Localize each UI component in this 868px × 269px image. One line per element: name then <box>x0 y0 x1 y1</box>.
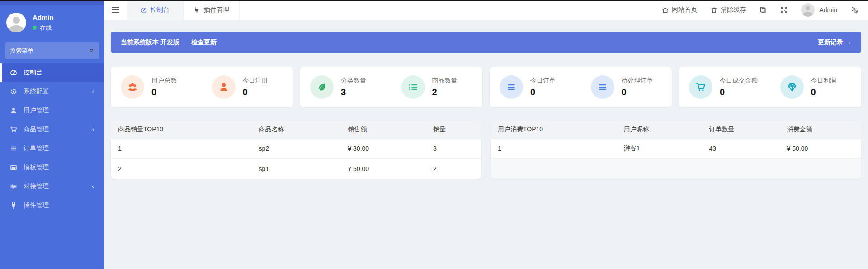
trash-icon <box>711 7 717 14</box>
sidebar: Admin 在线 控制台 系统配置 用户管理 商品管理 <box>0 0 104 269</box>
sidebar-item-label: 用户管理 <box>24 107 49 115</box>
avatar <box>801 3 815 17</box>
stat-value: 0 <box>622 87 653 97</box>
template-icon <box>10 164 17 171</box>
sidebar-item-label: 插件管理 <box>24 201 49 209</box>
window-top-edge <box>0 0 868 1</box>
site-home-link[interactable]: 网站首页 <box>662 6 697 14</box>
stat-label: 今日订单 <box>530 77 556 85</box>
navbar-right: 网站首页 清除缓存 Admin <box>662 3 868 17</box>
sidebar-item-label: 商品管理 <box>24 125 49 134</box>
table-row: 1 sp2 ¥ 30.00 3 <box>111 138 481 158</box>
profile-name: Admin <box>33 14 54 21</box>
stat-today-profit: 今日利润 0 <box>770 75 862 99</box>
stat-pending-orders: 待处理订单 0 <box>581 75 672 99</box>
table-cell: 1 <box>491 138 617 158</box>
stat-label: 今日利润 <box>811 77 836 85</box>
users-icon <box>121 75 144 99</box>
table-cell: 3 <box>426 138 481 158</box>
check-update-link[interactable]: 检查更新 <box>191 38 217 46</box>
column-header: 商品名称 <box>252 121 341 138</box>
site-home-label: 网站首页 <box>672 6 697 14</box>
stat-value: 0 <box>530 87 556 97</box>
column-header: 用户昵称 <box>617 121 702 138</box>
table-cell <box>702 158 779 179</box>
table-cell <box>780 158 861 179</box>
sidebar-item-label: 系统配置 <box>24 88 49 96</box>
bars-icon <box>591 75 614 99</box>
bars-icon <box>10 145 17 152</box>
cogs-icon <box>851 6 858 14</box>
gear-icon <box>10 88 17 95</box>
column-header: 用户消费TOP10 <box>491 121 617 138</box>
stat-card-orders: 今日订单 0 待处理订单 0 <box>490 67 672 107</box>
home-icon <box>662 7 669 14</box>
bars-icon <box>500 75 523 99</box>
username-label: Admin <box>819 6 837 14</box>
stat-total-users: 用户总数 0 <box>111 75 202 99</box>
tab-plugin-management[interactable]: 插件管理 <box>183 0 240 20</box>
sidebar-item-system-config[interactable]: 系统配置 <box>0 82 104 101</box>
page-tabs: 控制台 插件管理 <box>127 0 240 20</box>
user-icon <box>212 75 236 99</box>
tab-label: 插件管理 <box>204 6 229 14</box>
sidebar-item-order-management[interactable]: 订单管理 <box>0 139 104 158</box>
tab-dashboard[interactable]: 控制台 <box>127 0 183 20</box>
stat-card-catalog: 分类数量 3 商品数量 2 <box>300 67 482 107</box>
sidebar-item-dashboard[interactable]: 控制台 <box>0 63 104 82</box>
user-menu[interactable]: Admin <box>801 3 837 17</box>
avatar <box>6 13 26 32</box>
table-cell <box>491 158 617 179</box>
table-header-row: 用户消费TOP10 用户昵称 订单数量 消费金额 <box>491 121 861 138</box>
sidebar-item-plugin-management[interactable]: 插件管理 <box>0 196 104 215</box>
stat-label: 分类数量 <box>341 77 366 85</box>
stat-label: 今日成交金额 <box>720 77 758 85</box>
stat-label: 待处理订单 <box>622 77 653 85</box>
menu-search-input[interactable] <box>10 47 90 54</box>
sidebar-item-product-management[interactable]: 商品管理 <box>0 120 104 139</box>
sidebar-item-label: 对接管理 <box>24 182 49 190</box>
sidebar-item-integration-management[interactable]: 对接管理 <box>0 177 104 196</box>
stat-value: 2 <box>432 87 458 97</box>
table-cell: ¥ 30.00 <box>340 138 426 158</box>
list-icon <box>401 75 425 99</box>
column-header: 商品销量TOP10 <box>111 121 252 138</box>
sliders-icon <box>10 183 17 190</box>
update-log-link[interactable]: 更新记录 → <box>818 38 851 46</box>
fullscreen-icon <box>780 6 788 14</box>
language-button[interactable] <box>760 6 767 14</box>
table-cell: sp1 <box>252 158 341 179</box>
menu-search[interactable] <box>5 42 99 59</box>
column-header: 销售额 <box>340 121 426 138</box>
stat-value: 0 <box>243 87 268 97</box>
product-sales-top10-table: 商品销量TOP10 商品名称 销售额 销量 1 sp2 ¥ 30.00 3 <box>111 121 481 179</box>
stat-cards-row: 用户总数 0 今日注册 0 分类数量 3 <box>111 67 861 107</box>
search-icon[interactable] <box>90 47 94 54</box>
chevron-left-icon <box>91 127 96 132</box>
chevron-left-icon <box>91 89 96 94</box>
sidebar-profile[interactable]: Admin 在线 <box>0 5 104 41</box>
fullscreen-button[interactable] <box>780 6 788 14</box>
hamburger-menu-icon[interactable] <box>104 0 127 20</box>
clear-cache-button[interactable]: 清除缓存 <box>711 6 746 14</box>
settings-button[interactable] <box>851 6 858 14</box>
sidebar-item-template-management[interactable]: 模板管理 <box>0 158 104 177</box>
user-consumption-top10-table: 用户消费TOP10 用户昵称 订单数量 消费金额 1 游客1 43 ¥ 50.0… <box>491 121 861 179</box>
table-cell: sp2 <box>252 138 341 158</box>
column-header: 消费金额 <box>780 121 861 138</box>
plug-icon <box>10 202 17 209</box>
sidebar-item-label: 订单管理 <box>24 144 49 153</box>
table-cell: 2 <box>111 158 252 179</box>
sidebar-item-user-management[interactable]: 用户管理 <box>0 101 104 120</box>
document-copy-icon <box>760 6 767 14</box>
cart-icon <box>10 126 17 133</box>
sidebar-menu: 控制台 系统配置 用户管理 商品管理 订单管理 模板管理 对接管理 <box>0 63 104 215</box>
tab-label: 控制台 <box>151 6 170 14</box>
chevron-left-icon <box>91 184 96 189</box>
stat-value: 0 <box>720 87 758 97</box>
table-cell: ¥ 50.00 <box>340 158 426 179</box>
online-status-dot <box>33 26 37 30</box>
table-row: 2 sp1 ¥ 50.00 2 <box>111 158 481 179</box>
sidebar-item-label: 模板管理 <box>24 163 49 172</box>
table-cell: 2 <box>426 158 481 179</box>
